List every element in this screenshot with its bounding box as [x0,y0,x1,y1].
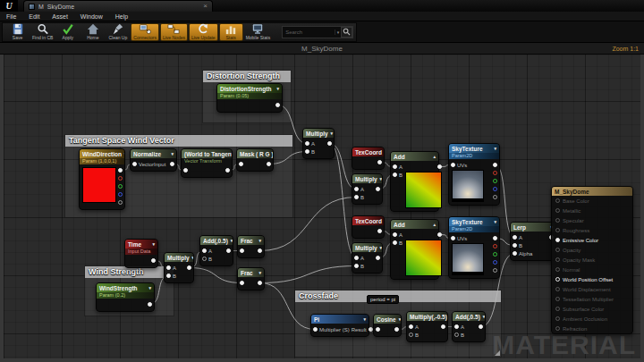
output-pin-white[interactable] [377,160,382,164]
node-mulneg[interactable]: Multiply(,-0.5)▾AB [406,311,448,342]
input-pin-B[interactable] [305,149,309,154]
material-input-metallic[interactable]: Metallic [552,206,632,215]
node-mul3[interactable]: Multiply▾AB [352,242,383,274]
output-pin-green[interactable] [493,252,497,257]
connectors-button[interactable]: Connectors [131,23,159,41]
node-cos[interactable]: Cosine▾ [373,314,402,337]
menu-edit[interactable]: Edit [22,12,46,21]
node-winddir[interactable]: WindDirection▾Param (1,0,0,1) [79,148,125,210]
material-input-opacity[interactable]: Opacity [552,245,632,255]
output-pin-blue[interactable] [118,192,123,197]
material-input-pin[interactable] [555,316,560,321]
output-pin-white[interactable] [437,232,442,237]
node-add2[interactable]: Add▴AB [390,219,439,280]
material-input-pin[interactable] [555,287,560,291]
material-input-tessellation-multiplier[interactable]: Tessellation Multiplier [552,294,632,304]
collapse-arrow-icon[interactable]: ▾ [148,285,151,290]
node-pi[interactable]: Pi▾Multiplier (S)Result [310,314,369,337]
node-frac1[interactable]: Frac▾ [237,235,265,258]
output-pin-white[interactable] [327,141,332,146]
input-pin-B[interactable] [513,243,517,248]
comment-group-title[interactable]: Tangent Space Wind Vector [65,135,292,147]
node-tex1[interactable]: TexCoord▾ [352,147,385,170]
output-pin-white[interactable] [376,187,380,191]
input-pin-B[interactable] [409,333,413,337]
output-pin-gray[interactable] [493,195,497,199]
collapse-arrow-icon[interactable]: ▾ [494,219,496,224]
output-pin-white[interactable] [493,163,497,167]
material-input-refraction[interactable]: Refraction [552,324,632,333]
material-input-pin[interactable] [555,248,560,252]
output-pin-white[interactable] [493,236,497,240]
output-pin-white[interactable] [267,162,271,166]
output-pin-white[interactable] [225,168,230,173]
material-graph-canvas[interactable]: M_SkyDome Zoom 1:1 MATERIAL Distortion S… [0,43,644,362]
output-pin-white[interactable] [479,324,483,329]
output-pin-white[interactable] [226,248,231,253]
collapse-arrow-icon[interactable]: ▾ [192,255,193,260]
collapse-arrow-icon[interactable]: ▾ [494,146,496,151]
input-pin-0[interactable] [183,168,188,173]
chevron-down-icon[interactable]: ▾ [335,29,342,35]
material-input-world-position-offset[interactable]: World Position Offset [552,274,632,284]
node-addh2[interactable]: Add(,0.5)▾AB [452,311,486,342]
input-pin-Alpha[interactable] [513,251,517,256]
collapse-arrow-icon[interactable]: ▾ [258,238,261,243]
node-frac2[interactable]: Frac▾ [237,267,265,290]
output-pin-white[interactable] [118,168,123,173]
input-pin-0[interactable] [239,162,243,166]
menu-window[interactable]: Window [74,12,109,21]
node-tex2[interactable]: TexCoord▾ [352,215,385,239]
output-pin-white[interactable] [376,256,380,260]
material-input-pin[interactable] [555,277,560,282]
node-time[interactable]: Time▾Input Data [124,239,158,268]
output-pin-white[interactable] [258,281,262,285]
input-pin-A[interactable] [354,256,359,260]
input-pin-A[interactable] [393,164,397,169]
output-pin-white[interactable] [187,265,191,270]
output-pin-red[interactable] [493,244,497,248]
input-pin-B[interactable] [354,195,359,199]
output-pin-gray[interactable] [493,268,497,273]
node-mul1[interactable]: Multiply▾AB [302,128,335,159]
node-sky1[interactable]: SkyTexture▾Param2DUVs [448,143,500,206]
output-pin-white[interactable] [275,103,280,107]
node-dist[interactable]: DistortionStrength▾Param (0.05) [216,83,283,113]
material-input-pin[interactable] [555,218,560,223]
input-pin-B[interactable] [393,240,397,245]
search-button[interactable] [341,27,352,38]
material-input-pin[interactable] [555,267,560,272]
input-pin-VectorInput[interactable] [132,162,137,166]
node-normalize[interactable]: Normalize▾VectorInput [130,148,177,172]
output-pin-red[interactable] [118,176,123,181]
stats-button[interactable]: Stats [219,23,243,41]
output-pin-gray[interactable] [118,200,123,205]
output-pin-white[interactable] [369,327,373,332]
menu-help[interactable]: Help [109,12,134,21]
input-pin-B[interactable] [166,274,171,278]
input-pin-B[interactable] [454,333,459,337]
material-input-pin[interactable] [555,297,560,301]
collapse-arrow-icon[interactable]: ▾ [380,245,382,250]
node-mul2[interactable]: Multiply▾AB [352,173,383,205]
clean-up-button[interactable]: Clean Up [106,23,130,41]
output-pin-blue[interactable] [493,187,497,191]
apply-button[interactable]: Apply [55,23,80,41]
material-input-emissive-color[interactable]: Emissive Color [552,235,632,245]
collapse-arrow-icon[interactable]: ▾ [171,151,174,156]
material-input-pin[interactable] [555,257,560,262]
output-pin-blue[interactable] [493,260,497,265]
document-tab[interactable]: M_SkyDome × [23,0,213,12]
mobile-stats-button[interactable]: Mobile Stats [244,23,273,41]
input-pin-A[interactable] [305,141,309,146]
material-input-specular[interactable]: Specular [552,215,632,225]
collapse-arrow-icon[interactable]: ▾ [380,176,382,181]
node-add1[interactable]: Add▴AB [390,151,439,212]
collapse-arrow-icon[interactable]: ▴ [433,154,436,159]
output-pin-white[interactable] [258,248,262,253]
resize-handle[interactable] [495,350,500,356]
material-input-world-displacement[interactable]: World Displacement [552,284,632,294]
collapse-arrow-icon[interactable]: ▾ [276,86,279,91]
output-pin-green[interactable] [493,179,497,183]
node-addh[interactable]: Add(,0.5)▾AB [199,235,233,266]
